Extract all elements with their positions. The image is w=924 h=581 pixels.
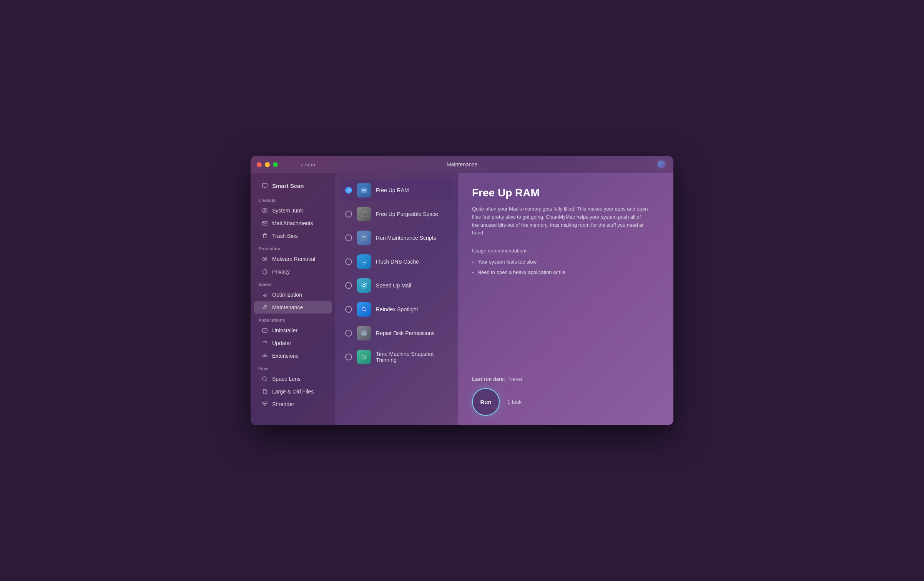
svg-rect-12 [263, 329, 267, 332]
user-avatar[interactable] [656, 159, 667, 170]
sidebar-item-maintenance[interactable]: Maintenance [254, 301, 332, 314]
svg-point-41 [364, 333, 364, 334]
speed-section-label: Speed [251, 278, 335, 288]
svg-rect-19 [263, 402, 267, 403]
extensions-icon [261, 352, 268, 359]
sidebar-item-extensions[interactable]: Extensions [254, 350, 332, 362]
privacy-label: Privacy [272, 269, 290, 275]
task-label-dns: Flush DNS Cache [376, 259, 419, 265]
extensions-label: Extensions [272, 353, 298, 359]
task-icon-purgeable [357, 207, 371, 221]
task-radio-timemachine[interactable] [345, 354, 352, 360]
usage-item-1: • Your system feels too slow [472, 258, 658, 266]
mail-attachments-label: Mail Attachments [272, 220, 313, 226]
sidebar-item-system-junk[interactable]: System Junk [254, 204, 332, 217]
updater-label: Updater [272, 340, 291, 346]
sidebar-item-trash-bins[interactable]: Trash Bins [254, 230, 332, 242]
app-window: ‹ Intro Maintenance Smart Scan Cleanup S… [251, 156, 673, 425]
svg-point-26 [366, 212, 367, 213]
sidebar-item-large-old-files[interactable]: Large & Old Files [254, 385, 332, 398]
sidebar: Smart Scan Cleanup System Junk Mail Atta… [251, 173, 335, 425]
mail-attachments-icon [261, 220, 268, 227]
run-tasks-count: 1 task [507, 399, 522, 405]
task-icon-timemachine [357, 350, 371, 364]
run-button[interactable]: Run [472, 388, 500, 416]
sidebar-item-mail-attachments[interactable]: Mail Attachments [254, 217, 332, 229]
sidebar-item-space-lens[interactable]: Space Lens [254, 373, 332, 385]
sidebar-item-privacy[interactable]: Privacy [254, 266, 332, 278]
usage-section: Usage recommendations: • Your system fee… [472, 248, 658, 279]
svg-line-10 [266, 294, 266, 297]
maintenance-label: Maintenance [272, 304, 303, 310]
task-item-maintenance-scripts[interactable]: Run Maintenance Scripts [340, 227, 454, 249]
svg-point-35 [365, 283, 367, 284]
sidebar-item-smart-scan[interactable]: Smart Scan [254, 179, 332, 192]
window-title: Maintenance [447, 161, 477, 168]
task-item-free-up-ram[interactable]: RAM Free Up RAM [340, 179, 454, 201]
minimize-button[interactable] [265, 162, 270, 167]
detail-title: Free Up RAM [472, 187, 658, 199]
sidebar-item-malware-removal[interactable]: Malware Removal [254, 253, 332, 265]
task-item-time-machine[interactable]: Time Machine Snapshot Thinning [340, 346, 454, 368]
task-radio-scripts[interactable] [345, 234, 352, 241]
svg-text:RAM: RAM [362, 189, 366, 192]
uninstaller-icon [261, 327, 268, 334]
task-radio-dns[interactable] [345, 258, 352, 265]
system-junk-label: System Junk [272, 208, 303, 214]
task-item-free-up-purgeable[interactable]: Free Up Purgeable Space [340, 203, 454, 225]
protection-section-label: Protection [251, 242, 335, 252]
task-radio-mail[interactable] [345, 282, 352, 289]
task-label-purgeable: Free Up Purgeable Space [376, 211, 438, 217]
task-label-spotlight: Reindex Spotlight [376, 306, 418, 312]
large-old-files-label: Large & Old Files [272, 388, 314, 395]
smart-scan-icon [261, 182, 268, 189]
system-junk-icon [261, 207, 268, 214]
task-radio-free-up-ram[interactable] [345, 187, 352, 194]
task-label-free-up-ram: Free Up RAM [376, 187, 409, 193]
task-label-timemachine: Time Machine Snapshot Thinning [376, 351, 448, 363]
usage-bullet-2: • [472, 269, 474, 277]
uninstaller-label: Uninstaller [272, 327, 297, 334]
task-radio-disk[interactable] [345, 330, 352, 337]
task-item-reindex-spotlight[interactable]: Reindex Spotlight [340, 298, 454, 320]
usage-title: Usage recommendations: [472, 248, 658, 254]
run-section: Run 1 task [472, 388, 658, 416]
sidebar-item-optimization[interactable]: Optimization [254, 289, 332, 301]
space-lens-icon [261, 375, 268, 382]
sidebar-item-shredder[interactable]: Shredder [254, 398, 332, 410]
files-section-label: Files [251, 362, 335, 372]
sidebar-item-updater[interactable]: Updater [254, 337, 332, 349]
task-radio-purgeable[interactable] [345, 211, 352, 217]
close-button[interactable] [257, 162, 262, 167]
svg-text:DNS: DNS [362, 261, 366, 264]
svg-rect-0 [263, 183, 267, 187]
task-item-repair-disk[interactable]: Repair Disk Permissions [340, 322, 454, 344]
updater-icon [261, 340, 268, 347]
task-label-scripts: Run Maintenance Scripts [376, 235, 436, 241]
traffic-lights [257, 162, 278, 167]
avatar-icon [658, 161, 665, 168]
detail-description: Quite often your Mac's memory gets fully… [472, 205, 649, 237]
last-run-section: Last run date: Never [472, 369, 658, 382]
task-radio-spotlight[interactable] [345, 306, 352, 313]
trash-bins-label: Trash Bins [272, 233, 297, 239]
space-lens-label: Space Lens [272, 376, 301, 382]
task-icon-dns: DNS [357, 254, 371, 269]
usage-item-1-text: Your system feels too slow [478, 258, 537, 266]
sidebar-item-uninstaller[interactable]: Uninstaller [254, 324, 332, 337]
task-label-disk: Repair Disk Permissions [376, 330, 434, 336]
optimization-label: Optimization [272, 292, 302, 298]
svg-line-18 [266, 380, 267, 381]
trash-bins-icon [261, 232, 268, 239]
task-label-mail: Speed Up Mail [376, 282, 411, 289]
nav-back[interactable]: ‹ Intro [301, 161, 315, 168]
usage-item-2: • Need to open a heavy application or fi… [472, 269, 658, 277]
back-label: Intro [305, 162, 315, 168]
maximize-button[interactable] [273, 162, 278, 167]
svg-rect-25 [362, 214, 363, 215]
task-item-flush-dns[interactable]: DNS Flush DNS Cache [340, 251, 454, 273]
task-item-speed-up-mail[interactable]: Speed Up Mail [340, 274, 454, 297]
last-run-value: Never [509, 376, 523, 382]
maintenance-icon [261, 304, 268, 311]
smart-scan-label: Smart Scan [272, 183, 304, 189]
